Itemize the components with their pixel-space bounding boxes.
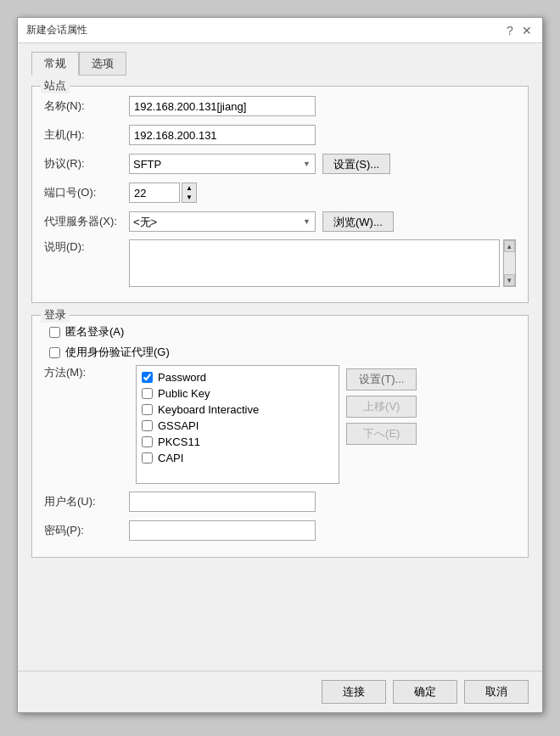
agent-label: 使用身份验证代理(G) bbox=[65, 345, 170, 360]
anon-checkbox[interactable] bbox=[49, 327, 60, 338]
name-control-wrap bbox=[129, 96, 516, 116]
method-item-keyboard: Keyboard Interactive bbox=[142, 403, 333, 416]
site-section-title: 站点 bbox=[41, 78, 70, 93]
password-label: 密码(P): bbox=[44, 523, 129, 538]
method-gssapi-checkbox[interactable] bbox=[142, 420, 153, 431]
port-spinner: ▲ ▼ bbox=[182, 183, 197, 203]
login-section-title: 登录 bbox=[41, 307, 70, 323]
proxy-row: 代理服务器(X): <无> 浏览(W)... bbox=[44, 211, 516, 233]
name-row: 名称(N): bbox=[44, 95, 516, 117]
protocol-label: 协议(R): bbox=[44, 156, 129, 171]
site-section: 站点 名称(N): 主机(H): 协议(R): bbox=[31, 86, 529, 303]
agent-row: 使用身份验证代理(G) bbox=[49, 345, 516, 360]
tab-general[interactable]: 常规 bbox=[31, 52, 79, 76]
close-button[interactable]: ✕ bbox=[520, 24, 534, 37]
proxy-select[interactable]: <无> bbox=[129, 211, 316, 232]
host-row: 主机(H): bbox=[44, 124, 516, 146]
method-password-checkbox[interactable] bbox=[142, 372, 153, 383]
port-up-button[interactable]: ▲ bbox=[182, 183, 196, 193]
method-item-pkcs11: PKCS11 bbox=[142, 435, 333, 448]
scrollbar-down-arrow[interactable]: ▼ bbox=[504, 274, 515, 286]
port-control-wrap: ▲ ▼ bbox=[129, 183, 516, 203]
proxy-control-wrap: <无> 浏览(W)... bbox=[129, 211, 516, 232]
method-list: Password Public Key Keyboard Interactive bbox=[136, 365, 339, 484]
method-item-gssapi: GSSAPI bbox=[142, 419, 333, 432]
host-input[interactable] bbox=[129, 125, 316, 145]
proxy-label: 代理服务器(X): bbox=[44, 214, 129, 229]
method-password-label: Password bbox=[158, 371, 206, 384]
dialog-footer: 连接 确定 取消 bbox=[18, 671, 542, 712]
login-section: 登录 匿名登录(A) 使用身份验证代理(G) 方法(M): Passwor bbox=[31, 315, 529, 558]
scrollbar-up-arrow[interactable]: ▲ bbox=[504, 240, 515, 252]
desc-row: 说明(D): ▲ ▼ bbox=[44, 239, 516, 287]
tab-options[interactable]: 选项 bbox=[79, 52, 126, 76]
port-down-button[interactable]: ▼ bbox=[182, 193, 196, 202]
desc-scrollbar[interactable]: ▲ ▼ bbox=[503, 239, 516, 287]
port-label: 端口号(O): bbox=[44, 185, 129, 200]
desc-label: 说明(D): bbox=[44, 239, 129, 255]
agent-checkbox[interactable] bbox=[49, 347, 60, 358]
proxy-browse-button[interactable]: 浏览(W)... bbox=[322, 211, 394, 232]
password-row: 密码(P): bbox=[44, 520, 516, 542]
dialog-window: 新建会话属性 ? ✕ 常规 选项 站点 名称(N): 主机(H): bbox=[17, 17, 543, 713]
method-gssapi-label: GSSAPI bbox=[158, 419, 199, 432]
protocol-settings-button[interactable]: 设置(S)... bbox=[322, 154, 390, 174]
connect-button[interactable]: 连接 bbox=[322, 680, 386, 704]
method-pkcs11-checkbox[interactable] bbox=[142, 436, 153, 447]
method-publickey-label: Public Key bbox=[158, 387, 210, 400]
title-bar-controls: ? ✕ bbox=[503, 24, 534, 37]
password-control-wrap bbox=[129, 520, 516, 541]
method-buttons: 设置(T)... 上移(V) 下へ(E) bbox=[346, 365, 417, 484]
method-up-button[interactable]: 上移(V) bbox=[346, 396, 417, 418]
username-input[interactable] bbox=[129, 492, 316, 512]
title-bar: 新建会话属性 ? ✕ bbox=[18, 18, 542, 43]
port-input-wrap: ▲ ▼ bbox=[129, 183, 197, 203]
method-publickey-checkbox[interactable] bbox=[142, 388, 153, 399]
proxy-select-wrap: <无> bbox=[129, 211, 316, 232]
name-input[interactable] bbox=[129, 96, 316, 116]
ok-button[interactable]: 确定 bbox=[393, 680, 457, 704]
username-control-wrap bbox=[129, 492, 516, 512]
method-item-password: Password bbox=[142, 371, 333, 384]
method-keyboard-checkbox[interactable] bbox=[142, 404, 153, 415]
port-input[interactable] bbox=[129, 183, 180, 203]
desc-control-wrap: ▲ ▼ bbox=[129, 239, 516, 287]
method-pkcs11-label: PKCS11 bbox=[158, 435, 200, 448]
anon-label: 匿名登录(A) bbox=[65, 324, 124, 340]
method-area: Password Public Key Keyboard Interactive bbox=[136, 365, 516, 484]
method-item-publickey: Public Key bbox=[142, 387, 333, 400]
description-textarea[interactable] bbox=[129, 239, 500, 287]
method-keyboard-label: Keyboard Interactive bbox=[158, 403, 259, 416]
method-label: 方法(M): bbox=[44, 365, 129, 380]
anon-row: 匿名登录(A) bbox=[49, 324, 516, 340]
tabs: 常规 选项 bbox=[31, 52, 529, 76]
method-capi-checkbox[interactable] bbox=[142, 452, 153, 464]
username-row: 用户名(U): bbox=[44, 491, 516, 513]
host-label: 主机(H): bbox=[44, 127, 129, 143]
method-row: 方法(M): Password Public Key K bbox=[44, 365, 516, 484]
protocol-select[interactable]: SFTP FTP SCP bbox=[129, 154, 316, 174]
protocol-row: 协议(R): SFTP FTP SCP 设置(S)... bbox=[44, 153, 516, 175]
method-capi-label: CAPI bbox=[158, 452, 183, 464]
username-label: 用户名(U): bbox=[44, 494, 129, 509]
password-input[interactable] bbox=[129, 520, 316, 541]
help-button[interactable]: ? bbox=[503, 24, 517, 37]
protocol-select-wrap: SFTP FTP SCP bbox=[129, 154, 316, 174]
method-down-button[interactable]: 下へ(E) bbox=[346, 423, 417, 445]
host-control-wrap bbox=[129, 125, 516, 145]
method-item-capi: CAPI bbox=[142, 452, 333, 464]
cancel-button[interactable]: 取消 bbox=[464, 680, 529, 704]
protocol-control-wrap: SFTP FTP SCP 设置(S)... bbox=[129, 154, 516, 174]
port-row: 端口号(O): ▲ ▼ bbox=[44, 182, 516, 204]
dialog-title: 新建会话属性 bbox=[26, 23, 87, 37]
method-settings-button[interactable]: 设置(T)... bbox=[346, 368, 417, 390]
dialog-content: 常规 选项 站点 名称(N): 主机(H): 协议(R): bbox=[18, 43, 542, 671]
name-label: 名称(N): bbox=[44, 98, 129, 114]
